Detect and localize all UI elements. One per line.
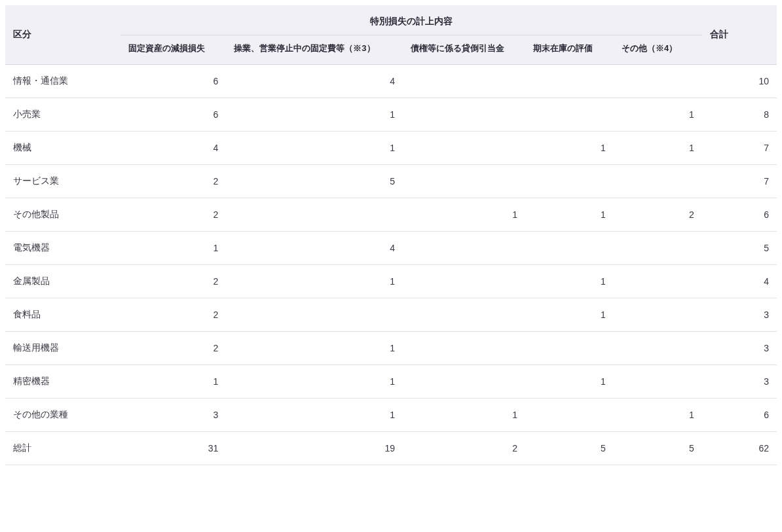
table-row: 精密機器1113 [5, 364, 777, 398]
cell-value [403, 264, 525, 298]
table-row: 輸送用機器213 [5, 331, 777, 364]
cell-value [614, 298, 702, 331]
table-row: 情報・通信業6410 [5, 64, 777, 98]
row-label: 情報・通信業 [5, 64, 121, 98]
cell-value: 4 [226, 64, 403, 98]
table-container: 区分 特別損失の計上内容 合計 固定資産の減損損失 操業、営業停止中の固定費等（… [0, 0, 782, 470]
row-label: 機械 [5, 131, 121, 164]
cell-value: 1 [121, 231, 226, 264]
row-total: 6 [702, 398, 777, 431]
cell-value [614, 231, 702, 264]
th-sub-0: 固定資産の減損損失 [121, 35, 226, 65]
cell-value: 1 [525, 264, 614, 298]
row-label: 電気機器 [5, 231, 121, 264]
cell-value [226, 298, 403, 331]
row-label: 金属製品 [5, 264, 121, 298]
cell-value [614, 264, 702, 298]
cell-value: 1 [403, 198, 525, 231]
cell-value: 2 [121, 164, 226, 198]
row-total: 3 [702, 331, 777, 364]
row-label: 小売業 [5, 98, 121, 131]
cell-value [614, 164, 702, 198]
row-total: 6 [702, 198, 777, 231]
cell-value: 6 [121, 98, 226, 131]
row-total: 5 [702, 231, 777, 264]
cell-value: 2 [614, 198, 702, 231]
cell-value: 1 [525, 298, 614, 331]
cell-value: 5 [525, 431, 614, 465]
row-label: 精密機器 [5, 364, 121, 398]
row-label: 食料品 [5, 298, 121, 331]
table-row: 食料品213 [5, 298, 777, 331]
cell-value: 5 [226, 164, 403, 198]
cell-value: 31 [121, 431, 226, 465]
cell-value [403, 98, 525, 131]
table-row: 総計311925562 [5, 431, 777, 465]
cell-value: 1 [403, 398, 525, 431]
table-row: 小売業6118 [5, 98, 777, 131]
cell-value [403, 331, 525, 364]
cell-value: 2 [403, 431, 525, 465]
cell-value [226, 198, 403, 231]
cell-value [525, 398, 614, 431]
row-total: 3 [702, 364, 777, 398]
cell-value: 1 [525, 198, 614, 231]
cell-value [525, 231, 614, 264]
row-label: その他製品 [5, 198, 121, 231]
cell-value: 1 [525, 364, 614, 398]
cell-value: 1 [226, 98, 403, 131]
row-label: その他の業種 [5, 398, 121, 431]
cell-value: 1 [614, 131, 702, 164]
row-total: 8 [702, 98, 777, 131]
row-label: 総計 [5, 431, 121, 465]
row-label: サービス業 [5, 164, 121, 198]
cell-value: 6 [121, 64, 226, 98]
row-total: 10 [702, 64, 777, 98]
cell-value: 2 [121, 264, 226, 298]
cell-value [614, 64, 702, 98]
cell-value: 1 [226, 331, 403, 364]
cell-value: 4 [121, 131, 226, 164]
cell-value [525, 331, 614, 364]
cell-value: 19 [226, 431, 403, 465]
table-row: その他の業種31116 [5, 398, 777, 431]
cell-value [403, 298, 525, 331]
cell-value: 1 [614, 398, 702, 431]
table-row: サービス業257 [5, 164, 777, 198]
table-row: 電気機器145 [5, 231, 777, 264]
cell-value: 1 [226, 264, 403, 298]
cell-value [403, 64, 525, 98]
cell-value [614, 331, 702, 364]
row-total: 7 [702, 131, 777, 164]
row-total: 62 [702, 431, 777, 465]
th-sub-2: 債権等に係る貸倒引当金 [403, 35, 525, 65]
cell-value [403, 131, 525, 164]
cell-value [525, 164, 614, 198]
cell-value [403, 164, 525, 198]
cell-value: 1 [226, 398, 403, 431]
row-label: 輸送用機器 [5, 331, 121, 364]
cell-value [403, 364, 525, 398]
th-sub-4: その他（※4） [614, 35, 702, 65]
cell-value: 3 [121, 398, 226, 431]
th-group: 特別損失の計上内容 [121, 5, 701, 35]
cell-value [525, 64, 614, 98]
cell-value: 4 [226, 231, 403, 264]
cell-value: 1 [121, 364, 226, 398]
table-row: 機械41117 [5, 131, 777, 164]
cell-value: 1 [226, 364, 403, 398]
cell-value [403, 231, 525, 264]
cell-value: 1 [614, 98, 702, 131]
th-category: 区分 [5, 5, 121, 64]
row-total: 7 [702, 164, 777, 198]
cell-value: 2 [121, 331, 226, 364]
cell-value: 5 [614, 431, 702, 465]
cell-value: 1 [226, 131, 403, 164]
cell-value: 1 [525, 131, 614, 164]
cell-value [614, 364, 702, 398]
th-sub-3: 期末在庫の評価 [525, 35, 614, 65]
table-row: 金属製品2114 [5, 264, 777, 298]
row-total: 4 [702, 264, 777, 298]
cell-value: 2 [121, 298, 226, 331]
cell-value: 2 [121, 198, 226, 231]
